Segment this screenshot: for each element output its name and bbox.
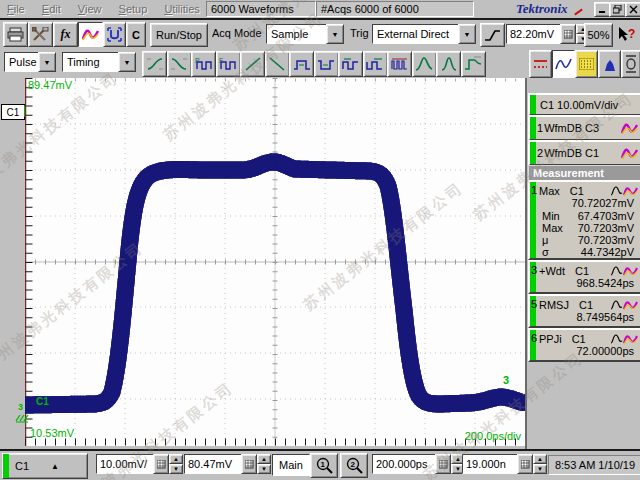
waveform-icon [623, 334, 638, 345]
trigger-level-spinner[interactable]: 82.20mV ▲▼ [506, 24, 590, 44]
acquisition-count-readout: #Acqs 6000 of 6000 [316, 1, 474, 17]
keypad-icon[interactable] [560, 24, 576, 44]
cursors-icon[interactable] [529, 50, 552, 78]
zoom-1-magnifier-icon[interactable]: 1 [310, 453, 338, 478]
channel-color-stripe [530, 95, 536, 114]
pulse-icon [610, 334, 623, 344]
region-hatch-icon [15, 411, 31, 423]
waveform-row-c1[interactable]: C1 10.00mV/div [528, 93, 640, 116]
keypad-icon[interactable] [153, 454, 169, 474]
positive-overshoot-icon[interactable] [412, 51, 437, 77]
waveform-row-wfmdb-c1[interactable]: 2 WfmDB C1 [528, 140, 640, 166]
period-icon[interactable]: P [191, 51, 216, 77]
keypad-icon[interactable] [517, 454, 533, 474]
waveform-plot [25, 78, 525, 446]
display-area: C1 [0, 78, 527, 450]
measurement-panel-header: Measurement [528, 165, 640, 181]
region-marker-right[interactable]: 3 [503, 374, 509, 386]
acq-mode-select[interactable]: Sample▼ [266, 24, 344, 44]
print-icon[interactable] [3, 22, 28, 47]
channel-select-button[interactable]: C1 ▲ [2, 453, 88, 479]
increment-button[interactable]: ▲ [169, 454, 183, 464]
svg-text:P: P [195, 57, 200, 64]
keypad-icon[interactable] [241, 454, 257, 474]
waveform-database-icon[interactable] [575, 50, 598, 78]
gaussian-pulse-icon[interactable] [436, 51, 461, 77]
rising-slope-icon[interactable] [240, 51, 265, 77]
fx-icon[interactable]: fx [53, 22, 78, 47]
waveform-color-stripe [530, 142, 536, 164]
measurement-number: 3 [531, 264, 537, 276]
negative-duty-cycle-icon[interactable] [363, 51, 388, 77]
run-stop-button[interactable]: Run/Stop [150, 23, 208, 47]
waveform-color-stripe [530, 117, 536, 139]
context-help-icon[interactable]: ? [614, 23, 638, 45]
measurement-row-pos-width[interactable]: 3 +Wdt C1 968.5424ps [528, 260, 640, 294]
waveform-icon [623, 300, 638, 311]
settling-time-icon[interactable] [461, 51, 486, 77]
close-icon[interactable] [625, 2, 640, 17]
vertical-scale-spinner[interactable]: 10.00mV/ ▲▼ [96, 454, 183, 474]
chevron-down-icon[interactable]: ▼ [326, 24, 344, 44]
measurement-number: 5 [531, 298, 537, 310]
horizontal-position-spinner[interactable]: 19.000n ▲▼ [462, 454, 547, 474]
zoom-2-magnifier-icon[interactable]: 2 [340, 453, 368, 478]
waveform-icon [621, 122, 638, 135]
top-voltage-label: 89.47mV [28, 79, 72, 91]
tools-icon[interactable] [28, 22, 53, 47]
positive-duty-cycle-icon[interactable] [338, 51, 363, 77]
falling-slope-icon[interactable] [265, 51, 290, 77]
negative-width-icon[interactable] [314, 51, 339, 77]
vertical-offset-spinner[interactable]: 80.47mV ▲▼ [184, 454, 271, 474]
decrement-button[interactable]: ▼ [533, 464, 547, 474]
increment-button[interactable]: ▲ [257, 454, 271, 464]
histogram-icon[interactable] [598, 50, 621, 78]
menu-file[interactable]: File [0, 0, 32, 17]
waveform-display-icon[interactable] [78, 22, 103, 47]
burst-width-icon[interactable] [387, 51, 412, 77]
trigger-slope-icon[interactable] [480, 23, 505, 47]
restore-button[interactable] [609, 2, 626, 17]
svg-text:2: 2 [350, 460, 355, 469]
measure-category-select[interactable]: Pulse▼ [4, 52, 56, 72]
vector-display-icon[interactable] [552, 50, 575, 78]
clear-data-icon[interactable]: C [126, 22, 146, 47]
measurement-row-max[interactable]: 1 Max C1 70.72027mV Min67.4703mV Max70.7… [528, 180, 640, 260]
svg-text:?: ? [628, 27, 635, 41]
menu-utilities[interactable]: Utilities [157, 0, 206, 17]
decrement-button[interactable]: ▼ [257, 464, 271, 474]
menu-bar: File Edit View Setup Utilities Help 6000… [0, 0, 640, 18]
measurement-number: 1 [531, 184, 537, 196]
menu-edit[interactable]: Edit [35, 0, 68, 17]
measure-subcategory-select[interactable]: Timing▼ [62, 52, 136, 72]
increment-button[interactable]: ▲ [533, 454, 547, 464]
chevron-down-icon[interactable]: ▼ [38, 52, 56, 72]
channel-position-marker[interactable]: C1 [1, 104, 25, 120]
pulse-icon [610, 300, 623, 310]
decrement-button[interactable]: ▼ [169, 464, 183, 474]
timebase-mode-indicator: Main [272, 454, 310, 476]
chevron-down-icon[interactable]: ▼ [458, 24, 476, 44]
waveform-count-readout: 6000 Waveforms [206, 1, 316, 17]
channel-color-stripe [3, 454, 9, 478]
waveform-row-wfmdb-c3[interactable]: 1 WfmDB C3 [528, 115, 640, 141]
menu-setup[interactable]: Setup [112, 0, 155, 17]
chevron-down-icon[interactable]: ▼ [118, 52, 136, 72]
intensity-button[interactable]: 50% [584, 23, 613, 47]
positive-width-icon[interactable] [289, 51, 314, 77]
mask-test-icon[interactable] [621, 50, 640, 78]
menu-view[interactable]: View [71, 0, 109, 17]
rise-time-icon[interactable] [142, 51, 167, 77]
frequency-icon[interactable]: F [216, 51, 241, 77]
bottom-bar: C1 ▲ 10.00mV/ ▲▼ 80.47mV ▲▼ Main 1 2 200… [0, 451, 640, 480]
fall-time-icon[interactable] [167, 51, 192, 77]
trigger-source-select[interactable]: External Direct▼ [372, 24, 476, 44]
horizontal-scale-spinner[interactable]: 200.000ps ▲▼ [372, 454, 465, 474]
trigger-label: Trig [350, 27, 369, 39]
control-panel: Waveform C1 10.00mV/div 1 WfmDB C3 2 Wfm… [527, 78, 640, 450]
measurement-row-pp-jitter[interactable]: 6 PPJi C1 72.00000ps [528, 328, 640, 362]
keypad-icon[interactable] [435, 454, 451, 474]
measurement-row-rms-jitter[interactable]: 5 RMSJ C1 8.749564ps [528, 294, 640, 328]
vertical-units-icon[interactable] [103, 22, 126, 47]
tektronix-logo: Tektronix [516, 1, 568, 17]
